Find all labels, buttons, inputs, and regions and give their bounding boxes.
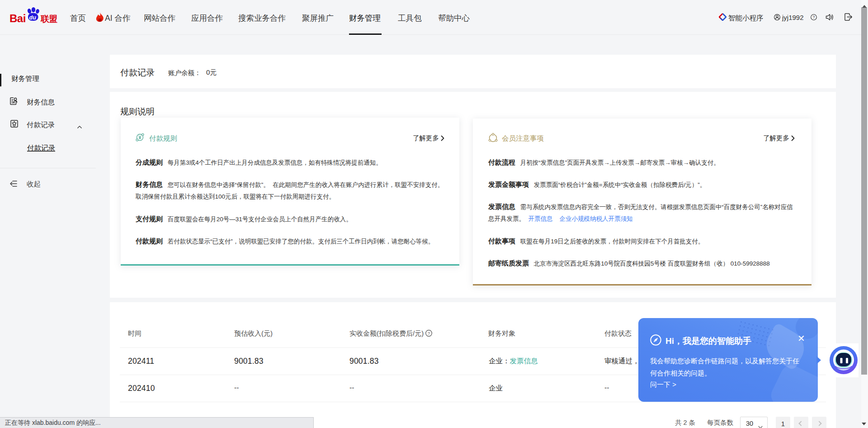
- svg-text:?: ?: [428, 331, 430, 336]
- svg-text:du: du: [29, 14, 37, 21]
- svg-text:?: ?: [813, 15, 815, 19]
